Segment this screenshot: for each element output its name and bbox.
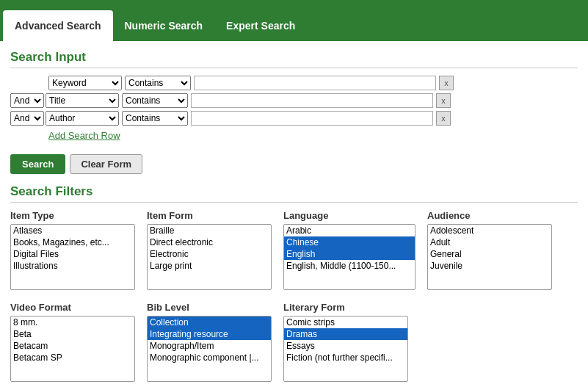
item-form-filter: Item Form Braille Direct electronic Elec… xyxy=(147,210,272,290)
video-format-listbox[interactable]: 8 mm. Beta Betacam Betacam SP xyxy=(10,316,135,382)
item-type-listbox[interactable]: Atlases Books, Magazines, etc... Digital… xyxy=(10,224,135,290)
row3-condition-select[interactable]: Contains Equals Starts with xyxy=(122,111,188,126)
search-input-title: Search Input xyxy=(10,50,578,68)
video-format-label: Video Format xyxy=(10,302,135,313)
row2-condition-select[interactable]: Contains Equals Starts with xyxy=(122,93,188,108)
row1-field-select[interactable]: Keyword Title Author Subject xyxy=(48,76,122,90)
row2-field-select[interactable]: Keyword Title Author Subject xyxy=(46,93,119,108)
search-button[interactable]: Search xyxy=(10,154,65,174)
clear-form-button[interactable]: Clear Form xyxy=(70,154,142,174)
search-filters-title: Search Filters xyxy=(10,184,578,203)
row2-remove-button[interactable]: x xyxy=(436,93,451,108)
video-format-filter: Video Format 8 mm. Beta Betacam Betacam … xyxy=(10,302,135,382)
bib-level-label: Bib Level xyxy=(147,302,272,313)
item-form-label: Item Form xyxy=(147,210,272,221)
audience-label: Audience xyxy=(427,210,552,221)
literary-form-label: Literary Form xyxy=(283,302,408,313)
tab-numeric[interactable]: Numeric Search xyxy=(113,10,215,41)
language-filter: Language Arabic Chinese English English,… xyxy=(283,210,415,290)
row3-text-input[interactable] xyxy=(191,111,433,126)
filters-top-row: Item Type Atlases Books, Magazines, etc.… xyxy=(10,210,578,290)
search-filters-section: Search Filters Item Type Atlases Books, … xyxy=(10,184,578,382)
search-input-section: Search Input Keyword Title Author Subjec… xyxy=(10,50,578,174)
language-label: Language xyxy=(283,210,415,221)
bib-level-filter: Bib Level Collection Integrating resourc… xyxy=(147,302,272,382)
tab-expert[interactable]: Expert Search xyxy=(214,10,307,41)
filters-bottom-row: Video Format 8 mm. Beta Betacam Betacam … xyxy=(10,302,578,382)
audience-listbox[interactable]: Adolescent Adult General Juvenile xyxy=(427,224,552,290)
item-type-label: Item Type xyxy=(10,210,135,221)
bib-level-listbox[interactable]: Collection Integrating resource Monograp… xyxy=(147,316,272,382)
row2-text-input[interactable] xyxy=(191,93,433,108)
search-row-1: Keyword Title Author Subject Contains Eq… xyxy=(10,76,578,90)
row1-remove-button[interactable]: x xyxy=(439,76,454,90)
search-row-3: And Or Not Keyword Title Author Subject … xyxy=(10,111,578,126)
row3-prefix-select[interactable]: And Or Not xyxy=(10,111,44,126)
literary-form-filter: Literary Form Comic strips Dramas Essays… xyxy=(283,302,408,382)
tab-bar: Advanced Search Numeric Search Expert Se… xyxy=(0,0,588,41)
row2-prefix-select[interactable]: And Or Not xyxy=(10,93,44,108)
search-row-2: And Or Not Keyword Title Author Subject … xyxy=(10,93,578,108)
row1-text-input[interactable] xyxy=(194,76,436,90)
literary-form-listbox[interactable]: Comic strips Dramas Essays Fiction (not … xyxy=(283,316,408,382)
audience-filter: Audience Adolescent Adult General Juveni… xyxy=(427,210,552,290)
tab-advanced[interactable]: Advanced Search xyxy=(3,10,113,41)
row3-remove-button[interactable]: x xyxy=(436,111,451,126)
action-buttons: Search Clear Form xyxy=(10,154,578,174)
language-listbox[interactable]: Arabic Chinese English English, Middle (… xyxy=(283,224,415,290)
row2-prefix: And Or Not xyxy=(10,93,46,108)
row3-field-select[interactable]: Keyword Title Author Subject xyxy=(46,111,119,126)
item-type-filter: Item Type Atlases Books, Magazines, etc.… xyxy=(10,210,135,290)
add-search-row-link[interactable]: Add Search Row xyxy=(48,130,120,141)
row3-prefix: And Or Not xyxy=(10,111,46,126)
main-content: Search Input Keyword Title Author Subjec… xyxy=(0,41,588,387)
row1-condition-select[interactable]: Contains Equals Starts with xyxy=(125,76,191,90)
item-form-listbox[interactable]: Braille Direct electronic Electronic Lar… xyxy=(147,224,272,290)
